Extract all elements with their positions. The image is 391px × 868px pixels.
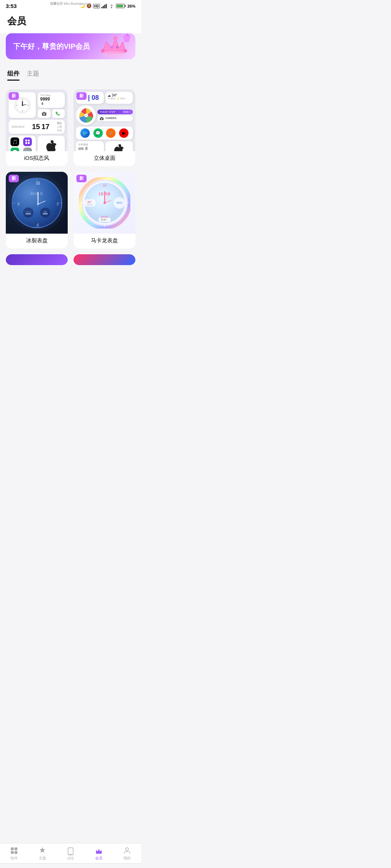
svg-rect-34 bbox=[28, 142, 30, 144]
badge-ice-new: 新 bbox=[9, 175, 19, 182]
partial-row bbox=[0, 254, 141, 301]
vip-banner[interactable]: 下午好，尊贵的VIP会员 bbox=[6, 33, 135, 59]
card-ice-watch[interactable]: 12 3 6 9 bbox=[6, 172, 68, 248]
tab-themes[interactable]: 主题 bbox=[27, 69, 39, 81]
svg-point-11 bbox=[101, 49, 105, 53]
widget-grid: The Step 9999 bbox=[0, 84, 141, 254]
badge-3d-new: 新 bbox=[76, 92, 87, 100]
card-ios-style[interactable]: The Step 9999 bbox=[6, 89, 68, 166]
label-3d-desktop: 立体桌面 bbox=[73, 151, 135, 166]
svg-rect-1 bbox=[103, 6, 104, 8]
label-macaron-watch: 马卡龙表盘 bbox=[73, 234, 135, 248]
svg-point-12 bbox=[113, 36, 118, 41]
svg-rect-7 bbox=[125, 5, 126, 7]
status-time: 3:53 bbox=[6, 3, 17, 9]
svg-point-37 bbox=[85, 115, 87, 116]
svg-point-13 bbox=[123, 49, 127, 53]
svg-point-62 bbox=[37, 203, 39, 205]
page-title: 会员 bbox=[7, 15, 134, 27]
svg-rect-31 bbox=[25, 140, 27, 141]
svg-point-83 bbox=[104, 202, 106, 204]
status-bar: 3:53 流量社区·bbs.lluxingw.com 🌙 🔕 HD 26% bbox=[0, 0, 141, 10]
card-3d-desktop[interactable]: 08 | 08 ☁ 34° ☀ 95% ⚡75% bbox=[73, 89, 135, 166]
svg-rect-3 bbox=[106, 4, 107, 8]
label-ice-watch: 冰裂表盘 bbox=[6, 234, 68, 248]
header: 会员 bbox=[0, 10, 141, 33]
svg-text:6: 6 bbox=[37, 223, 39, 227]
vip-decoration bbox=[99, 35, 128, 58]
card-macaron-watch[interactable]: 12 3 6 9 10:08 bbox=[73, 172, 135, 248]
badge-macaron-new: 新 bbox=[76, 175, 87, 182]
svg-line-61 bbox=[38, 201, 45, 204]
svg-point-27 bbox=[42, 102, 43, 103]
svg-text:12: 12 bbox=[102, 184, 106, 187]
svg-point-40 bbox=[101, 118, 102, 119]
svg-point-4 bbox=[111, 7, 112, 8]
svg-rect-33 bbox=[25, 142, 27, 144]
svg-point-26 bbox=[22, 105, 23, 106]
svg-point-30 bbox=[43, 114, 45, 115]
svg-text:3: 3 bbox=[56, 202, 59, 206]
svg-rect-0 bbox=[101, 7, 102, 8]
vip-greeting: 下午好，尊贵的VIP会员 bbox=[13, 42, 90, 51]
badge-ios-new: 新 bbox=[9, 92, 19, 100]
svg-rect-6 bbox=[117, 5, 123, 7]
label-ios-style: iOS拟态风 bbox=[6, 151, 68, 166]
svg-text:12: 12 bbox=[36, 181, 40, 185]
svg-marker-10 bbox=[103, 51, 125, 54]
tabs-bar: 组件 主题 bbox=[0, 65, 141, 81]
svg-rect-2 bbox=[104, 5, 105, 8]
watermark: 流量社区·bbs.lluxingw.com bbox=[50, 1, 91, 6]
svg-rect-32 bbox=[28, 140, 30, 141]
tab-widgets[interactable]: 组件 bbox=[7, 69, 20, 81]
svg-text:9: 9 bbox=[17, 202, 20, 206]
